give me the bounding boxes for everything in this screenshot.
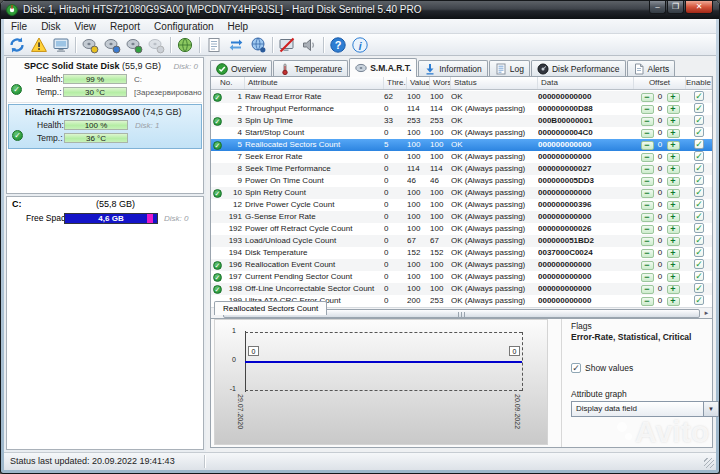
dropdown-arrow-icon[interactable]: ▼ — [703, 402, 718, 416]
offset-decrease-button[interactable]: − — [641, 93, 654, 102]
column-header-offset[interactable]: Offset — [634, 77, 686, 89]
offset-increase-button[interactable]: + — [667, 117, 680, 126]
tab-overview[interactable]: Overview — [210, 60, 272, 77]
offset-decrease-button[interactable]: − — [641, 237, 654, 246]
enable-checkbox[interactable]: ✓ — [694, 139, 704, 149]
smart-table-row[interactable]: 9Power On Time Count04646OK (Always pass… — [211, 175, 712, 187]
menu-help[interactable]: Help — [221, 19, 256, 33]
smart-table-row[interactable]: 8Seek Time Performance0114114OK (Always … — [211, 163, 712, 175]
tab-information[interactable]: Information — [418, 60, 488, 77]
enable-checkbox[interactable]: ✓ — [694, 235, 704, 245]
info-icon[interactable]: i — [349, 35, 371, 55]
disk-panel-spcc[interactable]: SPCC Solid State Disk (55,9 GB) Disk: 0 … — [8, 59, 202, 103]
enable-checkbox[interactable]: ✓ — [694, 223, 704, 233]
tab-s-m-a-r-t[interactable]: S.M.A.R.T. — [349, 58, 417, 77]
menu-file[interactable]: File — [4, 19, 34, 33]
offset-decrease-button[interactable]: − — [641, 141, 654, 150]
smart-table-row[interactable]: ✓197Current Pending Sector Count0100100O… — [211, 271, 712, 283]
offset-increase-button[interactable]: + — [667, 249, 680, 258]
enable-checkbox[interactable]: ✓ — [694, 259, 704, 269]
graph-mode-dropdown[interactable]: Display data field ▼ — [571, 401, 719, 417]
offset-decrease-button[interactable]: − — [641, 285, 654, 294]
column-header-enable[interactable]: Enable — [686, 77, 712, 89]
offset-increase-button[interactable]: + — [667, 237, 680, 246]
enable-checkbox[interactable]: ✓ — [694, 151, 704, 161]
scroll-right-arrow[interactable]: ► — [701, 308, 712, 318]
enable-checkbox[interactable]: ✓ — [694, 115, 704, 125]
offset-decrease-button[interactable]: − — [641, 129, 654, 138]
smart-table-row[interactable]: ✓1Raw Read Error Rate62100100OK000000000… — [211, 91, 712, 103]
tab-alerts[interactable]: Alerts — [627, 60, 676, 77]
enable-checkbox[interactable]: ✓ — [694, 247, 704, 257]
offset-increase-button[interactable]: + — [667, 189, 680, 198]
smart-table-row[interactable]: 12Drive Power Cycle Count0100100OK (Alwa… — [211, 199, 712, 211]
offset-increase-button[interactable]: + — [667, 105, 680, 114]
offset-increase-button[interactable]: + — [667, 93, 680, 102]
tab-temperature[interactable]: Temperature — [273, 60, 348, 77]
minimize-button[interactable]: – — [649, 1, 666, 14]
speaker-icon[interactable] — [298, 35, 320, 55]
offset-increase-button[interactable]: + — [667, 177, 680, 186]
disk-test-blue-icon[interactable] — [101, 35, 123, 55]
offset-decrease-button[interactable]: − — [641, 201, 654, 210]
close-button[interactable]: ✕ — [685, 1, 713, 14]
enable-checkbox[interactable]: ✓ — [694, 163, 704, 173]
smart-table-row[interactable]: 4Start/Stop Count0100100OK (Always passi… — [211, 127, 712, 139]
offset-decrease-button[interactable]: − — [641, 117, 654, 126]
smart-table-row[interactable]: 191G-Sense Error Rate0100100OK (Always p… — [211, 211, 712, 223]
report-document-icon[interactable] — [203, 35, 225, 55]
enable-checkbox[interactable]: ✓ — [694, 283, 704, 293]
smart-table-row[interactable]: 192Power off Retract Cycle Count0100100O… — [211, 223, 712, 235]
offset-decrease-button[interactable]: − — [641, 165, 654, 174]
maximize-button[interactable]: ❐ — [667, 1, 684, 14]
column-header-data[interactable]: Data — [538, 77, 634, 89]
offset-increase-button[interactable]: + — [667, 213, 680, 222]
disk-test-green-icon[interactable] — [123, 35, 145, 55]
sync-icon[interactable] — [225, 35, 247, 55]
smart-table-row[interactable]: ✓10Spin Retry Count0100100OK (Always pas… — [211, 187, 712, 199]
enable-checkbox[interactable]: ✓ — [694, 103, 704, 113]
offset-increase-button[interactable]: + — [667, 261, 680, 270]
enable-checkbox[interactable]: ✓ — [694, 199, 704, 209]
disk-test-grey-icon[interactable] — [145, 35, 167, 55]
offset-decrease-button[interactable]: − — [641, 177, 654, 186]
smart-table-row[interactable]: 2Throughput Performance0114114OK (Always… — [211, 103, 712, 115]
offset-decrease-button[interactable]: − — [641, 261, 654, 270]
offset-increase-button[interactable]: + — [667, 201, 680, 210]
column-header-status[interactable]: Status — [451, 77, 538, 89]
disk-test-yellow-icon[interactable] — [79, 35, 101, 55]
column-header-no[interactable]: No. — [211, 77, 245, 89]
menu-report[interactable]: Report — [103, 19, 147, 33]
disk-panel-hitachi[interactable]: Hitachi HTS721080G9SA00 (74,5 GB) ✓ Heal… — [8, 104, 202, 149]
enable-checkbox[interactable]: ✓ — [694, 91, 704, 101]
menu-disk[interactable]: Disk — [34, 19, 67, 33]
enable-checkbox[interactable]: ✓ — [694, 127, 704, 137]
enable-checkbox[interactable]: ✓ — [694, 211, 704, 221]
offset-increase-button[interactable]: + — [667, 273, 680, 282]
monitor-report-icon[interactable] — [50, 35, 72, 55]
column-header-worst[interactable]: Worst — [430, 77, 451, 89]
menu-view[interactable]: View — [68, 19, 104, 33]
network-globe-icon[interactable] — [247, 35, 269, 55]
offset-increase-button[interactable]: + — [667, 153, 680, 162]
offset-decrease-button[interactable]: − — [641, 153, 654, 162]
help-icon[interactable]: ? — [327, 35, 349, 55]
monitor-off-icon[interactable] — [276, 35, 298, 55]
enable-checkbox[interactable]: ✓ — [694, 271, 704, 281]
offset-decrease-button[interactable]: − — [641, 189, 654, 198]
smart-table-row[interactable]: ✓3Spin Up Time33253253OK000B00000001−0+✓ — [211, 115, 712, 127]
offset-decrease-button[interactable]: − — [641, 297, 654, 306]
enable-checkbox[interactable]: ✓ — [694, 175, 704, 185]
tab-disk-performance[interactable]: Disk Performance — [531, 60, 626, 77]
column-header-attribute[interactable]: Attribute — [245, 77, 384, 89]
partition-panel-c[interactable]: C: (55,8 GB) Free Space 4,6 GB Disk: 0 — [8, 198, 202, 230]
refresh-icon[interactable] — [6, 35, 28, 55]
smart-table-row[interactable]: 193Load/Unload Cycle Count06767OK (Alway… — [211, 235, 712, 247]
warning-icon[interactable] — [28, 35, 50, 55]
show-values-checkbox[interactable]: ✓ — [571, 363, 581, 373]
offset-increase-button[interactable]: + — [667, 285, 680, 294]
detail-tab[interactable]: Reallocated Sectors Count — [214, 301, 327, 315]
offset-increase-button[interactable]: + — [667, 225, 680, 234]
offset-decrease-button[interactable]: − — [641, 225, 654, 234]
offset-increase-button[interactable]: + — [667, 141, 680, 150]
